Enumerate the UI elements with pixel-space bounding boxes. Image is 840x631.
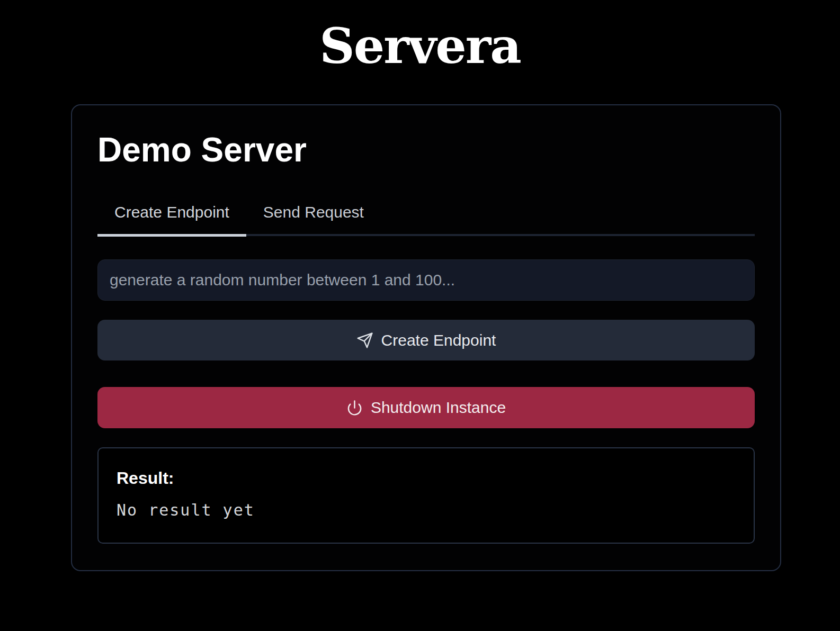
create-endpoint-button[interactable]: Create Endpoint	[97, 320, 755, 360]
app-header: Servera	[0, 0, 840, 77]
result-label: Result:	[117, 468, 736, 488]
tab-bar: Create Endpoint Send Request	[97, 199, 755, 237]
server-card-title: Demo Server	[97, 130, 755, 170]
shutdown-instance-button-label: Shutdown Instance	[371, 399, 506, 417]
result-panel: Result: No result yet	[97, 447, 755, 544]
tab-send-request[interactable]: Send Request	[246, 199, 381, 235]
endpoint-prompt-input[interactable]	[97, 259, 755, 301]
tab-create-endpoint[interactable]: Create Endpoint	[97, 199, 246, 237]
server-card: Demo Server Create Endpoint Send Request…	[71, 104, 781, 571]
send-icon	[356, 332, 373, 349]
power-icon	[346, 400, 363, 416]
shutdown-instance-button[interactable]: Shutdown Instance	[97, 387, 755, 428]
create-endpoint-button-label: Create Endpoint	[381, 331, 496, 349]
result-value: No result yet	[117, 501, 736, 519]
app-title: Servera	[0, 16, 840, 77]
